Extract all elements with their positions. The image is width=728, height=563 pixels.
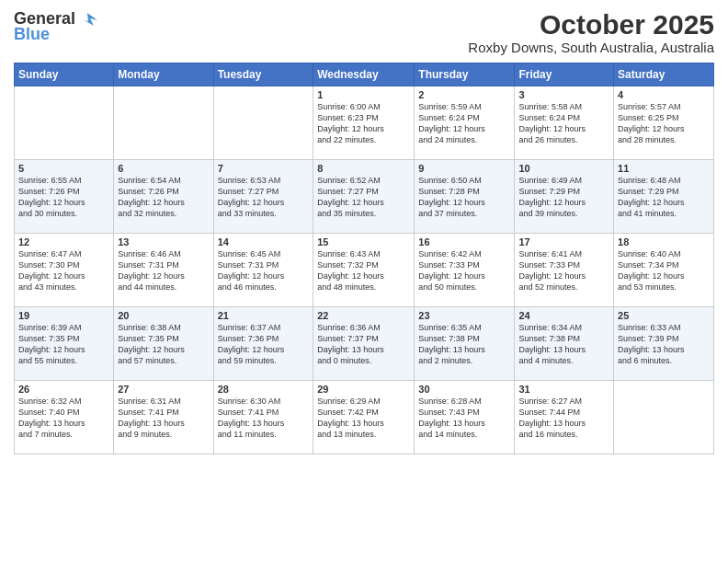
day-number: 26 xyxy=(18,384,109,395)
day-info: Sunrise: 6:34 AM Sunset: 7:38 PM Dayligh… xyxy=(518,322,609,367)
day-number: 22 xyxy=(317,310,410,321)
day-info: Sunrise: 6:49 AM Sunset: 7:29 PM Dayligh… xyxy=(518,175,609,220)
day-info: Sunrise: 6:37 AM Sunset: 7:36 PM Dayligh… xyxy=(218,322,310,367)
day-number: 11 xyxy=(618,163,710,174)
calendar-cell: 9Sunrise: 6:50 AM Sunset: 7:28 PM Daylig… xyxy=(415,160,515,234)
calendar-subtitle: Roxby Downs, South Australia, Australia xyxy=(468,40,714,55)
day-info: Sunrise: 6:53 AM Sunset: 7:27 PM Dayligh… xyxy=(218,175,310,220)
col-thursday: Thursday xyxy=(415,63,515,86)
day-number: 18 xyxy=(618,236,710,247)
day-info: Sunrise: 6:48 AM Sunset: 7:29 PM Dayligh… xyxy=(618,175,710,220)
day-number: 27 xyxy=(118,384,209,395)
day-number: 13 xyxy=(118,236,209,247)
day-number: 28 xyxy=(218,384,310,395)
calendar-week-row: 19Sunrise: 6:39 AM Sunset: 7:35 PM Dayli… xyxy=(15,307,714,381)
calendar-cell: 7Sunrise: 6:53 AM Sunset: 7:27 PM Daylig… xyxy=(213,160,313,234)
calendar-cell: 27Sunrise: 6:31 AM Sunset: 7:41 PM Dayli… xyxy=(114,381,213,454)
day-info: Sunrise: 6:30 AM Sunset: 7:41 PM Dayligh… xyxy=(218,396,310,441)
day-number: 16 xyxy=(418,236,510,247)
calendar-header-row: Sunday Monday Tuesday Wednesday Thursday… xyxy=(15,63,714,86)
day-info: Sunrise: 6:29 AM Sunset: 7:42 PM Dayligh… xyxy=(317,396,410,441)
calendar-cell: 25Sunrise: 6:33 AM Sunset: 7:39 PM Dayli… xyxy=(614,307,714,381)
calendar-cell: 2Sunrise: 5:59 AM Sunset: 6:24 PM Daylig… xyxy=(415,86,515,160)
calendar-cell xyxy=(114,86,213,160)
day-info: Sunrise: 6:40 AM Sunset: 7:34 PM Dayligh… xyxy=(618,248,710,293)
col-saturday: Saturday xyxy=(614,63,714,86)
day-number: 29 xyxy=(317,384,410,395)
svg-marker-0 xyxy=(85,13,97,26)
day-number: 14 xyxy=(218,236,310,247)
calendar-cell xyxy=(15,86,114,160)
day-info: Sunrise: 6:32 AM Sunset: 7:40 PM Dayligh… xyxy=(18,396,109,441)
calendar-cell: 19Sunrise: 6:39 AM Sunset: 7:35 PM Dayli… xyxy=(15,307,114,381)
day-info: Sunrise: 6:45 AM Sunset: 7:31 PM Dayligh… xyxy=(218,248,310,293)
calendar-cell: 15Sunrise: 6:43 AM Sunset: 7:32 PM Dayli… xyxy=(313,234,415,307)
calendar-cell: 16Sunrise: 6:42 AM Sunset: 7:33 PM Dayli… xyxy=(415,234,515,307)
day-number: 10 xyxy=(518,163,609,174)
day-info: Sunrise: 6:39 AM Sunset: 7:35 PM Dayligh… xyxy=(18,322,109,367)
col-tuesday: Tuesday xyxy=(213,63,313,86)
calendar-title: October 2025 xyxy=(468,9,714,40)
day-info: Sunrise: 6:31 AM Sunset: 7:41 PM Dayligh… xyxy=(118,396,209,441)
day-info: Sunrise: 6:33 AM Sunset: 7:39 PM Dayligh… xyxy=(618,322,710,367)
day-info: Sunrise: 6:55 AM Sunset: 7:26 PM Dayligh… xyxy=(18,175,109,220)
day-info: Sunrise: 6:41 AM Sunset: 7:33 PM Dayligh… xyxy=(518,248,609,293)
day-number: 15 xyxy=(317,236,410,247)
title-block: October 2025 Roxby Downs, South Australi… xyxy=(468,9,714,55)
calendar-cell: 28Sunrise: 6:30 AM Sunset: 7:41 PM Dayli… xyxy=(213,381,313,454)
calendar-week-row: 1Sunrise: 6:00 AM Sunset: 6:23 PM Daylig… xyxy=(15,86,714,160)
logo-text-blue: Blue xyxy=(14,26,50,44)
day-number: 21 xyxy=(218,310,310,321)
calendar-cell: 1Sunrise: 6:00 AM Sunset: 6:23 PM Daylig… xyxy=(313,86,415,160)
calendar-cell: 26Sunrise: 6:32 AM Sunset: 7:40 PM Dayli… xyxy=(15,381,114,454)
day-info: Sunrise: 6:38 AM Sunset: 7:35 PM Dayligh… xyxy=(118,322,209,367)
calendar-cell: 4Sunrise: 5:57 AM Sunset: 6:25 PM Daylig… xyxy=(614,86,714,160)
calendar-cell: 22Sunrise: 6:36 AM Sunset: 7:37 PM Dayli… xyxy=(313,307,415,381)
calendar-cell xyxy=(614,381,714,454)
day-info: Sunrise: 6:28 AM Sunset: 7:43 PM Dayligh… xyxy=(418,396,510,441)
day-info: Sunrise: 5:57 AM Sunset: 6:25 PM Dayligh… xyxy=(618,101,710,146)
calendar-cell: 31Sunrise: 6:27 AM Sunset: 7:44 PM Dayli… xyxy=(515,381,614,454)
calendar-week-row: 5Sunrise: 6:55 AM Sunset: 7:26 PM Daylig… xyxy=(15,160,714,234)
day-info: Sunrise: 6:36 AM Sunset: 7:37 PM Dayligh… xyxy=(317,322,410,367)
day-number: 9 xyxy=(418,163,510,174)
day-info: Sunrise: 6:50 AM Sunset: 7:28 PM Dayligh… xyxy=(418,175,510,220)
day-number: 31 xyxy=(518,384,609,395)
day-number: 30 xyxy=(418,384,510,395)
calendar-cell: 6Sunrise: 6:54 AM Sunset: 7:26 PM Daylig… xyxy=(114,160,213,234)
col-sunday: Sunday xyxy=(15,63,114,86)
day-info: Sunrise: 6:46 AM Sunset: 7:31 PM Dayligh… xyxy=(118,248,209,293)
day-info: Sunrise: 6:47 AM Sunset: 7:30 PM Dayligh… xyxy=(18,248,109,293)
day-info: Sunrise: 6:35 AM Sunset: 7:38 PM Dayligh… xyxy=(418,322,510,367)
day-info: Sunrise: 6:42 AM Sunset: 7:33 PM Dayligh… xyxy=(418,248,510,293)
day-number: 4 xyxy=(618,89,710,100)
calendar-cell: 5Sunrise: 6:55 AM Sunset: 7:26 PM Daylig… xyxy=(15,160,114,234)
day-number: 17 xyxy=(518,236,609,247)
calendar-cell: 8Sunrise: 6:52 AM Sunset: 7:27 PM Daylig… xyxy=(313,160,415,234)
calendar-cell: 30Sunrise: 6:28 AM Sunset: 7:43 PM Dayli… xyxy=(415,381,515,454)
calendar-cell: 29Sunrise: 6:29 AM Sunset: 7:42 PM Dayli… xyxy=(313,381,415,454)
day-info: Sunrise: 6:43 AM Sunset: 7:32 PM Dayligh… xyxy=(317,248,410,293)
col-friday: Friday xyxy=(515,63,614,86)
day-number: 2 xyxy=(418,89,510,100)
day-info: Sunrise: 6:27 AM Sunset: 7:44 PM Dayligh… xyxy=(518,396,609,441)
calendar-cell: 24Sunrise: 6:34 AM Sunset: 7:38 PM Dayli… xyxy=(515,307,614,381)
day-number: 8 xyxy=(317,163,410,174)
day-number: 23 xyxy=(418,310,510,321)
day-number: 5 xyxy=(18,163,109,174)
day-number: 25 xyxy=(618,310,710,321)
calendar-cell: 20Sunrise: 6:38 AM Sunset: 7:35 PM Dayli… xyxy=(114,307,213,381)
day-number: 24 xyxy=(518,310,609,321)
header: General Blue October 2025 Roxby Downs, S… xyxy=(14,9,714,55)
col-wednesday: Wednesday xyxy=(313,63,415,86)
calendar-cell xyxy=(213,86,313,160)
day-info: Sunrise: 5:59 AM Sunset: 6:24 PM Dayligh… xyxy=(418,101,510,146)
calendar-cell: 21Sunrise: 6:37 AM Sunset: 7:36 PM Dayli… xyxy=(213,307,313,381)
day-info: Sunrise: 6:00 AM Sunset: 6:23 PM Dayligh… xyxy=(317,101,410,146)
calendar-week-row: 12Sunrise: 6:47 AM Sunset: 7:30 PM Dayli… xyxy=(15,234,714,307)
logo-bird-icon xyxy=(77,9,97,29)
day-number: 3 xyxy=(518,89,609,100)
calendar-cell: 18Sunrise: 6:40 AM Sunset: 7:34 PM Dayli… xyxy=(614,234,714,307)
calendar-cell: 12Sunrise: 6:47 AM Sunset: 7:30 PM Dayli… xyxy=(15,234,114,307)
calendar-cell: 23Sunrise: 6:35 AM Sunset: 7:38 PM Dayli… xyxy=(415,307,515,381)
